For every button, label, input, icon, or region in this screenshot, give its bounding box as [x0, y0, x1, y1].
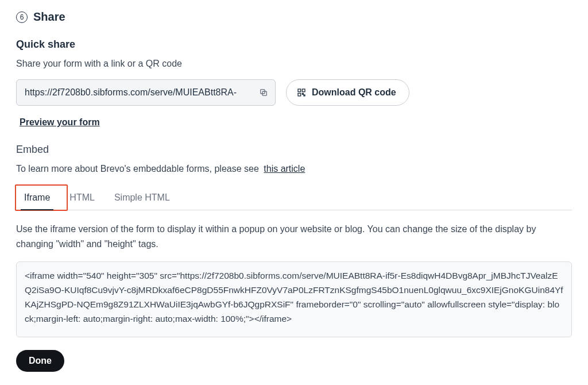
- embed-help-prefix: To learn more about Brevo's embeddable f…: [16, 164, 259, 174]
- iframe-tab-description: Use the iframe version of the form to di…: [16, 222, 572, 251]
- embed-tabs: Iframe HTML Simple HTML: [16, 187, 572, 210]
- iframe-code-textarea[interactable]: [16, 261, 572, 337]
- preview-form-link[interactable]: Preview your form: [20, 117, 100, 128]
- quick-share-heading: Quick share: [16, 38, 572, 51]
- tab-iframe[interactable]: Iframe: [16, 187, 58, 210]
- share-url-field-wrapper: [16, 79, 276, 106]
- done-button[interactable]: Done: [16, 350, 64, 372]
- step-title: Share: [33, 10, 65, 24]
- quick-share-row: Download QR code: [16, 79, 572, 106]
- svg-rect-4: [298, 93, 301, 96]
- copy-url-button[interactable]: [256, 84, 272, 101]
- tab-html[interactable]: HTML: [61, 187, 103, 210]
- step-number-badge: 6: [16, 11, 28, 23]
- svg-rect-3: [302, 89, 305, 92]
- quick-share-subtext: Share your form with a link or a QR code: [16, 59, 572, 69]
- share-url-input[interactable]: [24, 87, 251, 98]
- embed-help-text: To learn more about Brevo's embeddable f…: [16, 164, 572, 174]
- copy-icon: [259, 88, 268, 97]
- download-qr-button[interactable]: Download QR code: [286, 79, 409, 106]
- svg-rect-5: [302, 93, 303, 94]
- embed-heading: Embed: [16, 144, 572, 156]
- qr-code-icon: [297, 88, 306, 97]
- step-header: 6 Share: [16, 10, 572, 24]
- svg-rect-6: [304, 95, 305, 96]
- embed-help-article-link[interactable]: this article: [264, 164, 305, 174]
- download-qr-label: Download QR code: [312, 87, 396, 98]
- tab-simple-html[interactable]: Simple HTML: [106, 187, 178, 210]
- svg-rect-2: [298, 89, 301, 92]
- share-step-panel: 6 Share Quick share Share your form with…: [0, 0, 588, 385]
